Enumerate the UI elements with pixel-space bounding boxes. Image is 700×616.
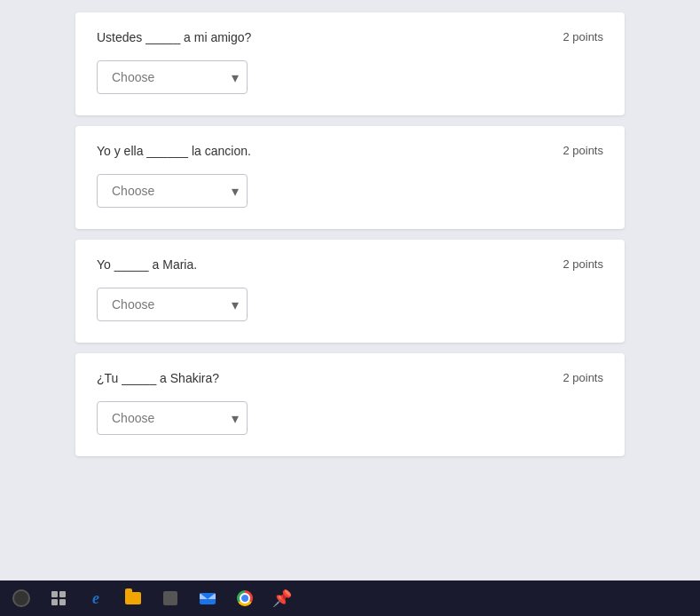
question-points-3: 2 points [562,257,603,271]
choose-dropdown-1: Choose ▾ [97,60,248,94]
question-text-4: ¿Tu _____ a Shakira? [97,371,548,385]
choose-dropdown-2: Choose ▾ [97,174,248,208]
taskbar: e 📌 [0,580,700,616]
question-header-4: ¿Tu _____ a Shakira? 2 points [97,371,603,385]
question-header-2: Yo y ella ______ la cancion. 2 points [97,144,603,158]
question-points-1: 2 points [562,30,603,43]
question-card-4: ¿Tu _____ a Shakira? 2 points Choose ▾ [75,353,625,456]
choose-button-2[interactable]: Choose [97,174,248,208]
choose-label-2: Choose [112,184,154,198]
pin-icon[interactable]: 📌 [264,582,300,614]
choose-button-4[interactable]: Choose [97,401,248,435]
question-text-2: Yo y ella ______ la cancion. [97,144,548,158]
choose-button-3[interactable]: Choose [97,288,248,321]
choose-label-1: Choose [112,70,154,84]
choose-button-1[interactable]: Choose [97,60,248,94]
question-header-1: Ustedes _____ a mi amigo? 2 points [97,30,603,44]
question-points-2: 2 points [562,144,603,157]
question-card-1: Ustedes _____ a mi amigo? 2 points Choos… [75,12,625,115]
start-button[interactable] [4,582,39,614]
edge-icon[interactable]: e [78,582,114,614]
question-card-2: Yo y ella ______ la cancion. 2 points Ch… [75,126,625,229]
mail-icon[interactable] [190,582,225,614]
question-points-4: 2 points [562,371,603,384]
folder-icon[interactable] [115,582,151,614]
choose-dropdown-3: Choose ▾ [97,288,248,321]
question-card-3: Yo _____ a Maria. 2 points Choose ▾ [75,240,625,343]
main-content: Ustedes _____ a mi amigo? 2 points Choos… [0,0,700,580]
question-text-3: Yo _____ a Maria. [97,257,548,272]
chrome-icon[interactable] [227,582,263,614]
question-text-1: Ustedes _____ a mi amigo? [97,30,548,44]
choose-dropdown-4: Choose ▾ [97,401,248,435]
choose-label-4: Choose [112,411,154,425]
store-icon[interactable] [153,582,188,614]
question-header-3: Yo _____ a Maria. 2 points [97,257,603,272]
choose-label-3: Choose [112,297,154,312]
taskview-button[interactable] [41,582,76,614]
